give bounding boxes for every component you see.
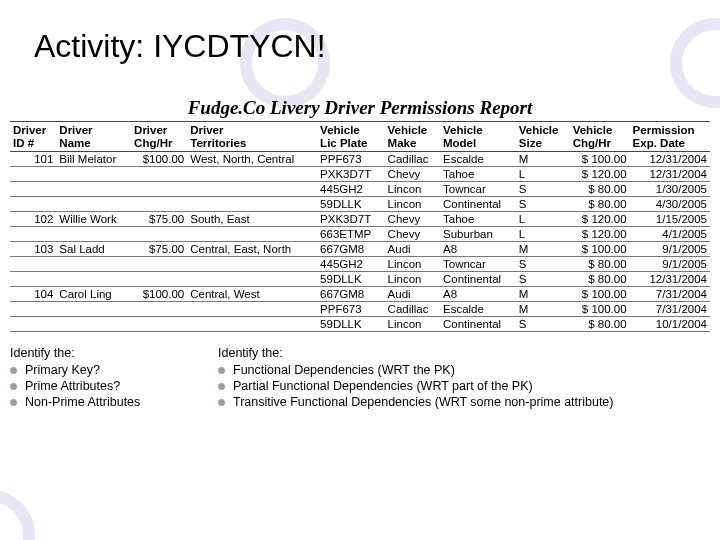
table-cell: 667GM8 [317, 287, 384, 302]
table-cell: South, East [187, 212, 317, 227]
table-cell: Audi [385, 242, 440, 257]
table-cell: 10/1/2004 [630, 317, 710, 332]
table-cell: A8 [440, 287, 516, 302]
table-cell: $ 100.00 [570, 302, 630, 317]
list-item-label: Prime Attributes? [25, 379, 120, 393]
table-cell: Escalde [440, 302, 516, 317]
table-cell: 101 [10, 152, 56, 167]
col-veh-chg: VehicleChg/Hr [570, 122, 630, 152]
table-row: 104Carol Ling$100.00Central, West667GM8A… [10, 287, 710, 302]
table-row: 663ETMPChevySuburbanL$ 120.004/1/2005 [10, 227, 710, 242]
table-cell: S [516, 182, 570, 197]
table-cell: 7/31/2004 [630, 287, 710, 302]
col-driver-name: DriverName [56, 122, 131, 152]
table-cell: Willie Work [56, 212, 131, 227]
table-cell: $ 80.00 [570, 257, 630, 272]
table-cell [187, 167, 317, 182]
list-item-label: Partial Functional Dependencies (WRT par… [233, 379, 533, 393]
slide-title: Activity: IYCDTYCN! [0, 0, 720, 77]
left-list-item: Primary Key? [10, 363, 200, 377]
table-cell: L [516, 227, 570, 242]
table-cell: Audi [385, 287, 440, 302]
table-cell: 1/15/2005 [630, 212, 710, 227]
table-cell [131, 302, 187, 317]
table-cell [10, 317, 56, 332]
bullet-icon [218, 399, 225, 406]
table-cell: Cadillac [385, 302, 440, 317]
table-cell [10, 167, 56, 182]
report-title: Fudge.Co Livery Driver Permissions Repor… [10, 97, 710, 122]
table-cell: Central, West [187, 287, 317, 302]
table-cell: 59DLLK [317, 317, 384, 332]
table-row: 59DLLKLinconContinentalS$ 80.0010/1/2004 [10, 317, 710, 332]
table-cell [56, 227, 131, 242]
table-cell [187, 227, 317, 242]
table-cell: Escalde [440, 152, 516, 167]
table-cell: Lincon [385, 257, 440, 272]
bullet-icon [218, 367, 225, 374]
table-cell: 445GH2 [317, 257, 384, 272]
decorative-circle [0, 490, 35, 540]
table-cell: Towncar [440, 257, 516, 272]
table-cell: PPF673 [317, 152, 384, 167]
table-cell: Bill Melator [56, 152, 131, 167]
table-cell: PPF673 [317, 302, 384, 317]
table-cell [10, 257, 56, 272]
table-cell: $ 100.00 [570, 152, 630, 167]
table-cell: 667GM8 [317, 242, 384, 257]
table-cell: 9/1/2005 [630, 242, 710, 257]
table-cell: Central, East, North [187, 242, 317, 257]
table-row: 103Sal Ladd$75.00Central, East, North667… [10, 242, 710, 257]
table-cell: 7/31/2004 [630, 302, 710, 317]
table-cell: $ 80.00 [570, 317, 630, 332]
list-item-label: Functional Dependencies (WRT the PK) [233, 363, 455, 377]
table-cell: Chevy [385, 167, 440, 182]
table-row: 445GH2LinconTowncarS$ 80.001/30/2005 [10, 182, 710, 197]
table-cell [10, 272, 56, 287]
table-cell [187, 302, 317, 317]
col-driver-chg: DriverChg/Hr [131, 122, 187, 152]
table-cell: 9/1/2005 [630, 257, 710, 272]
table-row: 59DLLKLinconContinentalS$ 80.0012/31/200… [10, 272, 710, 287]
table-cell: West, North, Central [187, 152, 317, 167]
table-row: 102Willie Work$75.00South, EastPXK3D7TCh… [10, 212, 710, 227]
table-cell: S [516, 272, 570, 287]
table-cell [187, 197, 317, 212]
table-cell: $100.00 [131, 287, 187, 302]
right-list-item: Transitive Functional Dependencies (WRT … [218, 395, 710, 409]
table-row: PXK3D7TChevyTahoeL$ 120.0012/31/2004 [10, 167, 710, 182]
col-veh-make: VehicleMake [385, 122, 440, 152]
right-question-block: Identify the: Functional Dependencies (W… [218, 346, 710, 411]
table-cell [56, 257, 131, 272]
table-cell: $ 120.00 [570, 227, 630, 242]
table-cell: 59DLLK [317, 197, 384, 212]
table-cell [56, 317, 131, 332]
table-cell [56, 302, 131, 317]
col-veh-plate: VehicleLic Plate [317, 122, 384, 152]
table-cell: $ 100.00 [570, 287, 630, 302]
bullet-icon [10, 399, 17, 406]
table-cell: A8 [440, 242, 516, 257]
table-cell [131, 182, 187, 197]
table-cell: $ 120.00 [570, 212, 630, 227]
table-cell: $ 80.00 [570, 182, 630, 197]
bullet-icon [10, 367, 17, 374]
table-cell: L [516, 212, 570, 227]
table-cell: 663ETMP [317, 227, 384, 242]
table-cell [187, 182, 317, 197]
table-cell [131, 272, 187, 287]
table-cell: Continental [440, 317, 516, 332]
table-cell: S [516, 257, 570, 272]
table-cell: Chevy [385, 227, 440, 242]
table-cell: 12/31/2004 [630, 152, 710, 167]
table-cell: L [516, 167, 570, 182]
table-cell [56, 167, 131, 182]
table-cell [131, 257, 187, 272]
right-list-item: Functional Dependencies (WRT the PK) [218, 363, 710, 377]
table-row: PPF673CadillacEscaldeM$ 100.007/31/2004 [10, 302, 710, 317]
table-cell: 12/31/2004 [630, 272, 710, 287]
table-cell: Chevy [385, 212, 440, 227]
table-cell [56, 182, 131, 197]
identify-heading-right: Identify the: [218, 346, 710, 360]
table-cell: $ 100.00 [570, 242, 630, 257]
